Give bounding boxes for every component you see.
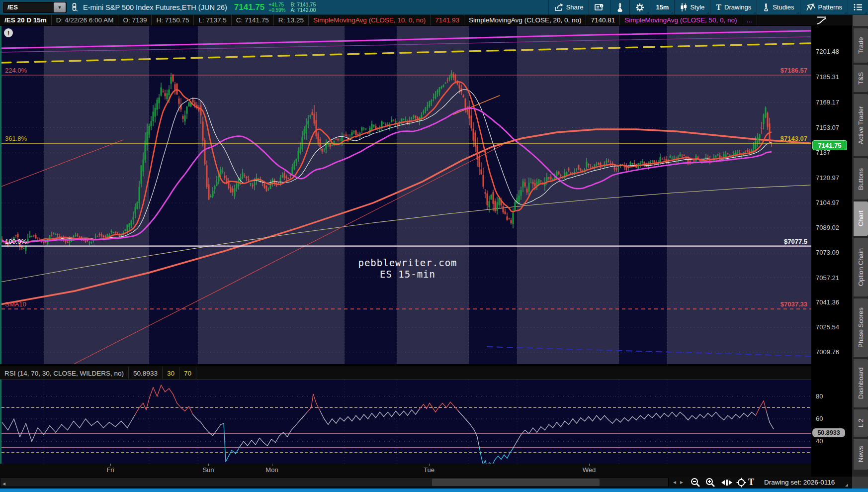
zoom-in-icon[interactable]	[705, 478, 716, 490]
bid-ask: B: 7141.75A: 7142.00	[291, 2, 316, 13]
study-sma20-value: 7140.81	[586, 15, 620, 25]
top-toolbar: /ES ▼ E-mini S&P 500 Index Futures,ETH (…	[0, 0, 868, 15]
crosshair-icon[interactable]	[736, 478, 747, 490]
price-tick: 7089.02	[816, 224, 839, 231]
share-button[interactable]: Share	[548, 0, 589, 15]
study-sma20-label[interactable]: SimpleMovingAvg (CLOSE, 20, 0, no)	[464, 15, 586, 25]
rsi-study-label[interactable]: RSI (14, 70, 30, CLOSE, WILDERS, no)	[0, 367, 129, 379]
drawing-set-label[interactable]: Drawing set: 2026-0116	[764, 479, 835, 486]
rsi-header-bar: RSI (14, 70, 30, CLOSE, WILDERS, no) 50.…	[0, 367, 811, 380]
bottom-bar: ◂ ◂ ▸ T Drawing set: 2026-0116	[0, 477, 852, 489]
main-chart[interactable]: 224.0%$7186.57361.8%$7143.07100.0%$7077.…	[0, 26, 811, 364]
rsi-oversold-level: 30	[163, 367, 179, 379]
settings-button[interactable]	[629, 0, 650, 15]
tab-t-s[interactable]: T&S	[854, 65, 868, 92]
tab-phase-scores[interactable]: Phase Scores	[854, 298, 868, 357]
rsi-tick: 80	[816, 393, 823, 400]
tab-chart[interactable]: Chart	[854, 201, 868, 236]
rsi-canvas	[0, 380, 811, 464]
ohlc-range: R: 13.25	[274, 15, 309, 25]
style-button[interactable]: Style	[674, 0, 710, 15]
pan-right-icon[interactable]: ▸	[680, 478, 683, 487]
timeframe-button[interactable]: 15m	[650, 0, 674, 15]
chart-info-bar: /ES 20 D 15m D: 4/22/26 6:00 AM O: 7139 …	[0, 15, 852, 26]
tab-buttons[interactable]: Buttons	[854, 158, 868, 199]
drawings-button[interactable]: T Drawings	[710, 0, 757, 15]
trading-platform-window: /ES ▼ E-mini S&P 500 Index Futures,ETH (…	[0, 0, 868, 492]
expand-horizontal-icon[interactable]	[721, 478, 733, 490]
chart-mode-curve-icon[interactable]	[815, 16, 828, 27]
symbol-input[interactable]: /ES ▼	[3, 2, 67, 13]
candlestick-canvas	[0, 26, 811, 364]
menu-icon	[854, 3, 863, 11]
study-sma10-value: 7141.93	[431, 15, 464, 25]
share-icon	[554, 3, 563, 11]
news-icon: i	[595, 3, 605, 11]
studies-button[interactable]: Studies	[757, 0, 799, 15]
ohlc-close: C: 7141.75	[232, 15, 274, 25]
tab-news[interactable]: News	[854, 439, 868, 470]
price-axis[interactable]: 7201.487185.317169.177153.0771377120.977…	[811, 26, 852, 489]
ohlc-open: O: 7139	[118, 15, 152, 25]
price-tick: 7009.76	[816, 348, 839, 356]
price-tick: 7073.09	[816, 249, 839, 256]
pan-left-icon[interactable]: ◂	[673, 478, 676, 487]
patterns-button[interactable]: Patterns	[800, 0, 848, 15]
time-axis: FriSunMonTueWed	[0, 464, 811, 477]
rsi-value-badge: 50.8933	[812, 428, 845, 437]
last-price: 7141.75	[234, 2, 264, 12]
study-sma50-more: ...	[742, 15, 757, 25]
tab-option-chain[interactable]: Option Chain	[854, 238, 868, 296]
zoom-out-icon[interactable]	[690, 478, 701, 490]
rsi-value: 50.8933	[129, 367, 163, 379]
last-price-badge: 7141.75	[812, 140, 847, 150]
gear-icon	[635, 3, 644, 12]
scroll-left-icon[interactable]: ◂	[2, 479, 5, 489]
bottom-corner-box	[852, 477, 868, 489]
day-label-mon: Mon	[262, 466, 282, 474]
study-sma50-label[interactable]: SimpleMovingAvg (CLOSE, 50, 0, no)	[620, 15, 742, 25]
rsi-tick: 40	[816, 437, 823, 445]
link-charts-icon[interactable]	[71, 3, 78, 11]
study-sma10-label[interactable]: SimpleMovingAvg (CLOSE, 10, 0, no)	[309, 15, 431, 25]
symbol-value: /ES	[3, 3, 54, 11]
rsi-pane[interactable]	[0, 380, 811, 464]
price-tick: 7025.54	[816, 323, 839, 331]
chart-scrollbar[interactable]: ◂	[0, 478, 669, 487]
tab-l-2[interactable]: L 2	[854, 409, 868, 437]
ohlc-low: L: 7137.5	[194, 15, 231, 25]
day-label-tue: Tue	[419, 466, 439, 474]
tabstrip-top-box	[853, 15, 868, 26]
price-tick: 7057.21	[816, 274, 839, 282]
tab-dashboard[interactable]: Dashboard	[854, 359, 868, 407]
price-tick: 7120.97	[816, 174, 839, 182]
text-tool-icon: T	[716, 3, 721, 12]
tab-trade[interactable]: Trade	[854, 28, 868, 63]
instrument-description: E-mini S&P 500 Index Futures,ETH (JUN 26…	[83, 3, 227, 11]
scrollbar-thumb[interactable]	[432, 479, 600, 486]
price-tick: 7201.48	[816, 48, 839, 55]
chart-symbol-range: /ES 20 D 15m	[0, 15, 52, 25]
text-note-icon[interactable]: T	[748, 477, 754, 488]
tab-active-trader[interactable]: Active Trader	[854, 94, 868, 156]
day-label-wed: Wed	[579, 466, 599, 474]
price-tick: 7169.17	[816, 98, 839, 106]
candle-style-icon	[680, 3, 687, 11]
day-label-fri: Fri	[100, 466, 120, 474]
price-change: +41.75+0.59%	[268, 2, 285, 13]
analyze-button[interactable]	[610, 0, 629, 15]
price-tick: 7185.31	[816, 73, 839, 81]
rsi-overbought-level: 70	[179, 367, 196, 379]
window-accent-strip	[0, 489, 868, 492]
day-label-sun: Sun	[198, 466, 218, 474]
news-button[interactable]: i	[589, 0, 610, 15]
rsi-tick: 60	[816, 415, 823, 422]
drawing-set-dropdown-icon[interactable]	[845, 484, 848, 487]
symbol-dropdown-button[interactable]: ▼	[54, 2, 66, 12]
price-tick: 7104.97	[816, 199, 839, 206]
right-tab-strip: TradeT&SActive TraderButtonsChartOption …	[852, 15, 868, 489]
watermark: pebblewriter.com ES 15-min	[318, 257, 497, 280]
price-tick: 7153.07	[816, 124, 839, 131]
alert-icon[interactable]: !	[4, 28, 13, 37]
chart-menu-button[interactable]	[848, 0, 868, 15]
